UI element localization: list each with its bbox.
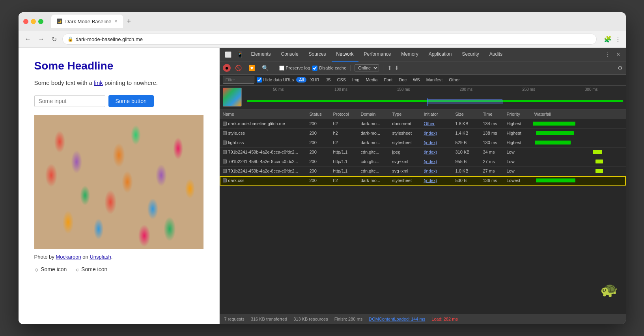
extensions-button[interactable]: 🧩 <box>604 36 612 43</box>
status-finish: Finish: 280 ms <box>334 317 363 321</box>
tl-label-200: 200 ms <box>435 87 498 92</box>
th-priority[interactable]: Priority <box>504 111 531 117</box>
close-window-button[interactable] <box>23 19 28 24</box>
th-name[interactable]: Name <box>220 111 306 117</box>
tab-audits[interactable]: Audits <box>485 48 507 62</box>
device-toggle-icon[interactable]: 📱 <box>235 49 246 60</box>
tab-memory[interactable]: Memory <box>396 48 423 62</box>
th-status[interactable]: Status <box>306 111 330 117</box>
traffic-lights <box>23 19 43 24</box>
disable-cache-checkbox[interactable]: Disable cache <box>312 66 346 71</box>
hide-data-urls-checkbox[interactable]: Hide data URLs <box>257 77 294 83</box>
file-icon <box>223 178 227 182</box>
chip-xhr[interactable]: XHR <box>307 77 322 83</box>
tab-security[interactable]: Security <box>457 48 483 62</box>
chip-all[interactable]: All <box>296 77 306 83</box>
table-row[interactable]: 791b2241-459b-4a2e-8cca-c0fdc2... 200 ht… <box>220 157 626 167</box>
th-domain[interactable]: Domain <box>358 111 389 117</box>
clear-button[interactable]: 🚫 <box>233 62 244 73</box>
throttle-select[interactable]: Online <box>355 64 379 71</box>
icon-item-1: ☼ Some icon <box>34 266 67 272</box>
th-type[interactable]: Type <box>389 111 421 117</box>
tab-console[interactable]: Console <box>276 48 303 62</box>
tl-label-50: 50 ms <box>247 87 310 92</box>
icon2-label: ☼ Some icon <box>75 266 107 272</box>
address-bar[interactable]: 🔒 dark-mode-baseline.glitch.me <box>62 34 597 45</box>
tab-sources[interactable]: Sources <box>304 48 331 62</box>
unsplash-link[interactable]: Unsplash <box>90 254 111 260</box>
status-resources: 313 KB resources <box>293 317 328 321</box>
inspect-element-icon[interactable]: ⬜ <box>223 49 234 60</box>
more-tabs-icon[interactable]: ⋮ <box>602 49 613 60</box>
filter-icon[interactable]: 🔽 <box>246 62 258 73</box>
forward-button[interactable]: → <box>37 34 46 44</box>
tab-elements[interactable]: Elements <box>246 48 276 62</box>
chip-other[interactable]: Other <box>446 77 463 83</box>
minimize-window-button[interactable] <box>31 19 36 24</box>
tab-close-button[interactable]: × <box>115 19 118 24</box>
search-network-icon[interactable]: 🔍 <box>260 62 271 73</box>
preserve-log-checkbox[interactable]: Preserve log <box>279 66 310 71</box>
some-button[interactable]: Some button <box>108 95 154 107</box>
settings-icon[interactable]: ⚙ <box>618 65 623 71</box>
th-protocol[interactable]: Protocol <box>330 111 358 117</box>
filter-input[interactable] <box>223 76 254 84</box>
waterfall-bar <box>535 141 571 145</box>
address-text: dark-mode-baseline.glitch.me <box>76 36 143 42</box>
timeline-labels: 50 ms 100 ms 150 ms 200 ms 250 ms 300 ms <box>247 87 623 92</box>
table-row[interactable]: style.css 200 h2 dark-mo... stylesheet (… <box>220 129 626 138</box>
import-icon[interactable]: ⬆ <box>387 65 392 71</box>
back-button[interactable]: ← <box>23 34 33 44</box>
chip-ws[interactable]: WS <box>410 77 423 83</box>
tab-application[interactable]: Application <box>424 48 457 62</box>
table-row[interactable]: light.css 200 h2 dark-mo... stylesheet (… <box>220 138 626 148</box>
devtools-toolbar: ⬜ 📱 Elements Console Sources Network Per… <box>220 48 626 62</box>
chip-manifest[interactable]: Manifest <box>424 77 446 83</box>
waterfall-bar <box>536 178 576 182</box>
timeline-load-line <box>600 98 600 106</box>
maximize-window-button[interactable] <box>38 19 43 24</box>
status-transferred: 316 KB transferred <box>251 317 287 321</box>
waterfall-bar <box>593 150 602 154</box>
devtools-filter-bar: Hide data URLs All XHR JS CSS Img Media … <box>220 75 626 86</box>
active-tab[interactable]: 🌙 Dark Mode Baseline × <box>51 15 123 28</box>
chip-font[interactable]: Font <box>381 77 395 83</box>
devtools-close-button[interactable]: × <box>614 49 622 60</box>
page-link[interactable]: link <box>94 79 103 86</box>
table-row[interactable]: dark-mode-baseline.glitch.me 200 h2 dark… <box>220 119 626 129</box>
photo-credit-middle: on <box>81 254 90 260</box>
th-waterfall[interactable]: Waterfall <box>531 111 626 117</box>
new-tab-button[interactable]: + <box>125 16 134 27</box>
file-icon <box>223 169 227 173</box>
tab-performance[interactable]: Performance <box>359 48 396 62</box>
network-timeline: 50 ms 100 ms 150 ms 200 ms 250 ms 300 ms <box>220 86 626 109</box>
table-row[interactable]: 791b2241-459b-4a2e-8cca-c0fdc2... 200 ht… <box>220 148 626 157</box>
chip-doc[interactable]: Doc <box>396 77 409 83</box>
chip-img[interactable]: Img <box>349 77 362 83</box>
timeline-scale: 50 ms 100 ms 150 ms 200 ms 250 ms 300 ms <box>247 86 623 109</box>
tab-network[interactable]: Network <box>332 48 358 62</box>
devtools-body: 50 ms 100 ms 150 ms 200 ms 250 ms 300 ms <box>220 86 626 324</box>
candy-image <box>34 115 203 249</box>
photo-credit-prefix: Photo by <box>34 254 56 260</box>
chip-js[interactable]: JS <box>323 77 334 83</box>
record-button[interactable]: ⏺ <box>223 64 231 72</box>
status-domcontentloaded[interactable]: DOMContentLoaded: 144 ms <box>369 317 425 321</box>
th-initiator[interactable]: Initiator <box>421 111 452 117</box>
network-table-header: Name Status Protocol Domain Type Initiat… <box>220 109 626 119</box>
page-input-row: Some button <box>34 95 203 107</box>
th-size[interactable]: Size <box>452 111 480 117</box>
table-row[interactable]: 791b2241-459b-4a2e-8cca-c0fdc2... 200 ht… <box>220 167 626 176</box>
mockaroon-link[interactable]: Mockaroon <box>56 254 81 260</box>
status-load: Load: 282 ms <box>431 317 458 321</box>
refresh-button[interactable]: ↻ <box>50 34 58 45</box>
divider-1 <box>275 65 275 71</box>
menu-button[interactable]: ⋮ <box>615 36 621 43</box>
photo-credit: Photo by Mockaroon on Unsplash. <box>34 254 203 260</box>
export-icon[interactable]: ⬇ <box>394 65 399 71</box>
chip-css[interactable]: CSS <box>334 77 349 83</box>
chip-media[interactable]: Media <box>363 77 380 83</box>
some-input[interactable] <box>34 95 105 107</box>
th-time[interactable]: Time <box>480 111 504 117</box>
table-row[interactable]: dark.css 200 h2 dark-mo... stylesheet (i… <box>220 176 626 186</box>
